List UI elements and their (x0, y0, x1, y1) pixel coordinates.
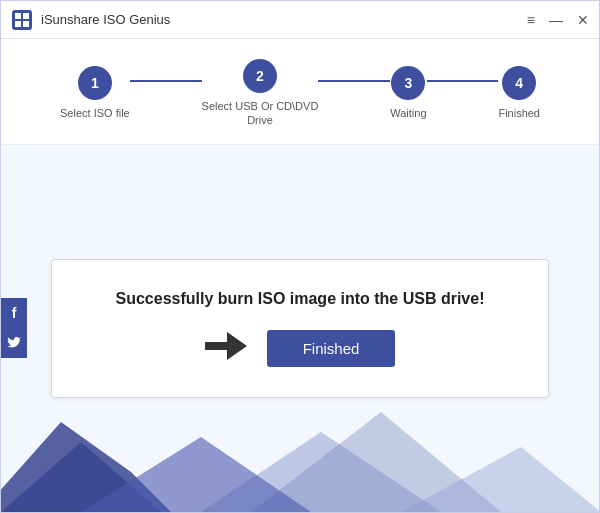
svg-rect-3 (15, 21, 21, 27)
main-content: f Successfully burn ISO image into the U… (1, 145, 599, 512)
content-area: Successfully burn ISO image into the USB… (1, 145, 599, 512)
svg-rect-5 (205, 342, 229, 350)
close-button[interactable]: ✕ (577, 12, 589, 28)
window-title: iSunshare ISO Genius (41, 12, 527, 27)
svg-rect-1 (15, 13, 21, 19)
step-1: 1 Select ISO file (60, 66, 130, 120)
app-window: iSunshare ISO Genius ≡ — ✕ 1 Select ISO … (0, 0, 600, 513)
minimize-button[interactable]: — (549, 12, 563, 28)
app-logo (11, 9, 33, 31)
step-1-label: Select ISO file (60, 106, 130, 120)
action-row: Finished (205, 330, 396, 367)
step-1-circle: 1 (78, 66, 112, 100)
finished-button[interactable]: Finished (267, 330, 396, 367)
arrow-icon (205, 332, 247, 364)
success-card: Successfully burn ISO image into the USB… (51, 259, 549, 398)
step-3: 3 Waiting (390, 66, 426, 120)
svg-marker-6 (227, 332, 247, 360)
titlebar: iSunshare ISO Genius ≡ — ✕ (1, 1, 599, 39)
social-sidebar: f (1, 298, 27, 358)
success-message: Successfully burn ISO image into the USB… (116, 290, 485, 308)
step-2-label: Select USB Or CD\DVD Drive (202, 99, 319, 128)
twitter-button[interactable] (1, 328, 27, 358)
steps-container: 1 Select ISO file 2 Select USB Or CD\DVD… (60, 59, 540, 128)
connector-2-3 (318, 80, 390, 82)
svg-rect-4 (23, 21, 29, 27)
steps-bar: 1 Select ISO file 2 Select USB Or CD\DVD… (1, 39, 599, 145)
arrow-svg (205, 332, 247, 360)
step-3-label: Waiting (390, 106, 426, 120)
connector-3-4 (427, 80, 499, 82)
svg-rect-2 (23, 13, 29, 19)
menu-button[interactable]: ≡ (527, 12, 535, 28)
step-4-circle: 4 (502, 66, 536, 100)
step-4-label: Finished (498, 106, 540, 120)
window-controls: ≡ — ✕ (527, 12, 589, 28)
step-4: 4 Finished (498, 66, 540, 120)
step-3-circle: 3 (391, 66, 425, 100)
connector-1-2 (130, 80, 202, 82)
step-2-circle: 2 (243, 59, 277, 93)
step-2: 2 Select USB Or CD\DVD Drive (202, 59, 319, 128)
facebook-button[interactable]: f (1, 298, 27, 328)
